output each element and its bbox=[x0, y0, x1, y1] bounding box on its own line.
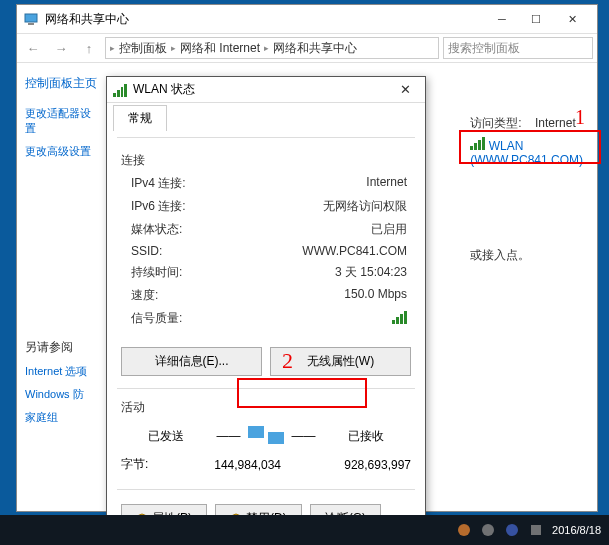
search-input[interactable]: 搜索控制面板 bbox=[443, 37, 593, 59]
connection-section: 连接 IPv4 连接:Internet IPv6 连接:无网络访问权限 媒体状态… bbox=[107, 144, 425, 341]
access-type-label: 访问类型: bbox=[470, 116, 521, 130]
ipv4-value: Internet bbox=[231, 175, 411, 192]
breadcrumb[interactable]: ▸ 控制面板 ▸ 网络和 Internet ▸ 网络和共享中心 bbox=[105, 37, 439, 59]
svg-rect-1 bbox=[28, 23, 34, 25]
svg-rect-2 bbox=[248, 426, 264, 438]
sidebar-see-also: 另请参阅 bbox=[25, 339, 101, 356]
taskbar: 2016/8/18 bbox=[0, 515, 609, 545]
received-label: 已接收 bbox=[321, 428, 411, 445]
window-controls: ─ ☐ ✕ bbox=[485, 7, 591, 31]
svg-rect-7 bbox=[531, 525, 541, 535]
ipv6-value: 无网络访问权限 bbox=[231, 198, 411, 215]
main-titlebar: 网络和共享中心 ─ ☐ ✕ bbox=[17, 5, 597, 33]
media-value: 已启用 bbox=[231, 221, 411, 238]
breadcrumb-item[interactable]: 控制面板 bbox=[119, 40, 167, 57]
sent-label: 已发送 bbox=[121, 428, 211, 445]
maximize-button[interactable]: ☐ bbox=[519, 7, 553, 31]
svg-point-5 bbox=[482, 524, 494, 536]
tray-icon[interactable] bbox=[456, 522, 472, 538]
dash: —— bbox=[292, 429, 316, 443]
duration-value: 3 天 15:04:23 bbox=[231, 264, 411, 281]
tray-icon[interactable] bbox=[504, 522, 520, 538]
main-window-title: 网络和共享中心 bbox=[45, 11, 485, 28]
signal-label: 信号质量: bbox=[121, 310, 231, 327]
annotation-box-1 bbox=[459, 130, 601, 164]
tab-general[interactable]: 常规 bbox=[113, 105, 167, 131]
wlan-dialog-title: WLAN 状态 bbox=[133, 81, 391, 98]
svg-point-6 bbox=[506, 524, 518, 536]
annotation-number-1: 1 bbox=[575, 106, 585, 129]
ipv6-label: IPv6 连接: bbox=[121, 198, 231, 215]
speed-label: 速度: bbox=[121, 287, 231, 304]
svg-rect-3 bbox=[268, 432, 284, 444]
taskbar-date: 2016/8/18 bbox=[552, 524, 601, 536]
sent-bytes: 144,984,034 bbox=[171, 458, 281, 472]
close-button[interactable]: ✕ bbox=[553, 7, 591, 31]
signal-value bbox=[231, 310, 411, 327]
sidebar-advanced-settings[interactable]: 更改高级设置 bbox=[25, 144, 101, 159]
details-button[interactable]: 详细信息(E)... bbox=[121, 347, 262, 376]
back-button[interactable]: ← bbox=[21, 36, 45, 60]
sidebar: 控制面板主页 更改适配器设置 更改高级设置 另请参阅 Internet 选项 W… bbox=[17, 63, 109, 511]
dash: —— bbox=[217, 429, 241, 443]
activity-section: 活动 已发送 —— —— 已接收 字节: 144,984,034 928,693… bbox=[107, 395, 425, 483]
media-label: 媒体状态: bbox=[121, 221, 231, 238]
sidebar-home[interactable]: 控制面板主页 bbox=[25, 75, 101, 92]
sidebar-homegroup[interactable]: 家庭组 bbox=[25, 410, 101, 425]
tray-icon[interactable] bbox=[480, 522, 496, 538]
button-row: 详细信息(E)... 无线属性(W) bbox=[107, 341, 425, 382]
tray-icon[interactable] bbox=[528, 522, 544, 538]
annotation-box-2 bbox=[237, 378, 367, 408]
breadcrumb-row: ← → ↑ ▸ 控制面板 ▸ 网络和 Internet ▸ 网络和共享中心 搜索… bbox=[17, 33, 597, 63]
up-button[interactable]: ↑ bbox=[77, 36, 101, 60]
received-bytes: 928,693,997 bbox=[301, 458, 411, 472]
signal-bars-icon bbox=[392, 310, 407, 324]
svg-point-4 bbox=[458, 524, 470, 536]
forward-button[interactable]: → bbox=[49, 36, 73, 60]
sidebar-internet-options[interactable]: Internet 选项 bbox=[25, 364, 101, 379]
minimize-button[interactable]: ─ bbox=[485, 7, 519, 31]
duration-label: 持续时间: bbox=[121, 264, 231, 281]
network-center-icon bbox=[23, 11, 39, 27]
speed-value: 150.0 Mbps bbox=[231, 287, 411, 304]
ssid-label: SSID: bbox=[121, 244, 231, 258]
hint-text: 或接入点。 bbox=[470, 247, 583, 264]
sidebar-adapter-settings[interactable]: 更改适配器设置 bbox=[25, 106, 101, 136]
sidebar-defender[interactable]: Windows 防 bbox=[25, 387, 101, 402]
section-title-connection: 连接 bbox=[121, 152, 411, 169]
tab-row: 常规 bbox=[107, 103, 425, 131]
ssid-value: WWW.PC841.COM bbox=[231, 244, 411, 258]
bytes-label: 字节: bbox=[121, 456, 171, 473]
breadcrumb-item[interactable]: 网络和共享中心 bbox=[273, 40, 357, 57]
computers-icon bbox=[246, 422, 286, 450]
access-type-value: Internet bbox=[535, 116, 576, 130]
wlan-titlebar: WLAN 状态 ✕ bbox=[107, 77, 425, 103]
close-button[interactable]: ✕ bbox=[391, 82, 419, 97]
annotation-number-2: 2 bbox=[282, 348, 293, 374]
breadcrumb-item[interactable]: 网络和 Internet bbox=[180, 40, 260, 57]
svg-rect-0 bbox=[25, 14, 37, 22]
signal-icon bbox=[113, 83, 127, 97]
wlan-status-dialog: WLAN 状态 ✕ 常规 连接 IPv4 连接:Internet IPv6 连接… bbox=[106, 76, 426, 516]
ipv4-label: IPv4 连接: bbox=[121, 175, 231, 192]
